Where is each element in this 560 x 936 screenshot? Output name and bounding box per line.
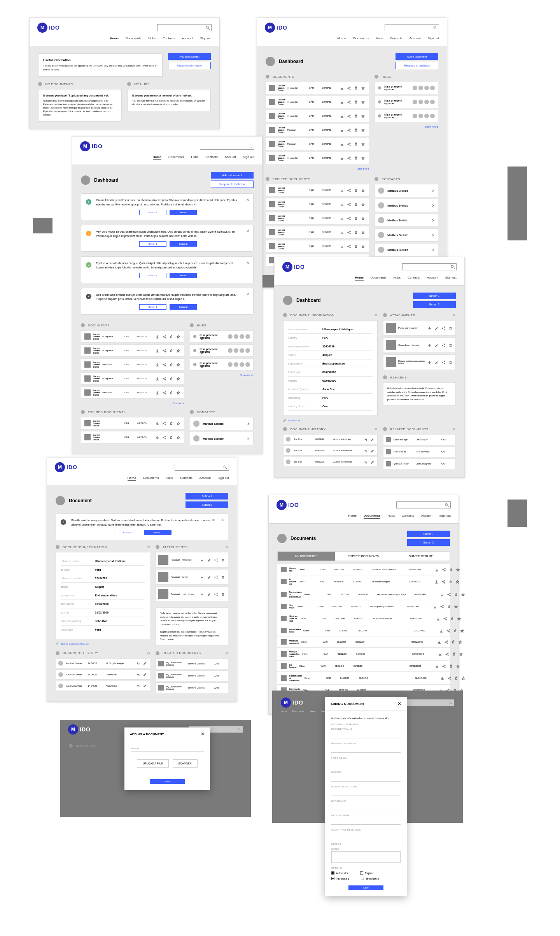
share-icon[interactable] — [162, 335, 166, 338]
nav-hubs[interactable]: Hubs — [387, 514, 395, 519]
button-2[interactable]: Button 2 — [407, 539, 450, 546]
text-input[interactable] — [331, 731, 401, 738]
text-input[interactable] — [331, 775, 401, 782]
share-icon[interactable] — [214, 558, 218, 562]
document-list-row[interactable]: Fermentum id elementum Other CAR 01/02/0… — [277, 588, 450, 601]
document-list-row[interactable]: Morqui imperdiet arcu Other CAR 01/02/00… — [277, 648, 450, 661]
hub-row[interactable]: Nisa praesent egestas — [374, 82, 438, 94]
download-icon[interactable] — [437, 640, 441, 644]
see-more-link[interactable]: See more — [266, 166, 369, 170]
star-icon[interactable] — [456, 568, 460, 571]
form-field[interactable]: NATIONALITY — [331, 800, 401, 810]
star-icon[interactable] — [176, 421, 180, 425]
related-row[interactable]: My User Driven License Driver's License … — [156, 682, 228, 693]
document-row[interactable]: Lorem Ipsum Dolor CAR 02/02/00 — [266, 240, 369, 252]
contact-row[interactable]: Maribus Stelisio — [374, 243, 438, 256]
form-field[interactable]: FIRST ISSUED — [331, 757, 401, 767]
star-icon[interactable] — [176, 349, 180, 352]
star-icon[interactable] — [176, 435, 180, 439]
logo[interactable]: MIDO — [265, 23, 287, 33]
nav-signout[interactable]: Sign out — [200, 37, 212, 41]
star-icon[interactable] — [459, 652, 463, 656]
form-field[interactable]: EXPIRES — [331, 771, 401, 782]
document-row[interactable]: Lorem Ipsum Dolor Passport CAR 02/02/00 — [81, 386, 184, 399]
star-icon[interactable] — [456, 664, 460, 668]
nav-contacts[interactable]: Contacts — [402, 514, 414, 519]
alert-button-2[interactable]: Button 2 — [170, 273, 197, 278]
share-icon[interactable] — [347, 128, 351, 132]
nav-documents[interactable]: Documents — [353, 37, 369, 41]
edit-icon[interactable] — [434, 343, 438, 347]
edit-icon[interactable] — [143, 673, 147, 677]
gear-icon[interactable]: ⚙ — [147, 545, 150, 549]
share-icon[interactable] — [447, 592, 451, 596]
search-input[interactable] — [157, 24, 212, 31]
star-icon[interactable] — [361, 128, 365, 132]
trash-icon[interactable] — [169, 391, 173, 394]
trash-icon[interactable] — [448, 360, 452, 364]
download-icon[interactable] — [155, 363, 159, 366]
form-field[interactable]: DATE OF BIRTH — [331, 814, 401, 825]
tab-my-documents[interactable]: MY DOCUMENTS — [278, 552, 335, 561]
share-icon[interactable] — [162, 363, 166, 366]
see-more-link[interactable]: See more — [81, 400, 184, 405]
download-icon[interactable] — [435, 568, 439, 571]
radio-template-2[interactable]: Template 2 — [361, 877, 379, 880]
share-icon[interactable] — [446, 629, 450, 633]
share-icon[interactable] — [347, 216, 351, 220]
share-icon[interactable] — [347, 114, 351, 118]
notes-field[interactable]: NOTES — [331, 848, 401, 863]
gear-icon[interactable]: ⚙ — [225, 651, 229, 655]
nav-documents[interactable]: Documents — [143, 476, 159, 481]
button-1[interactable]: Button 1 — [407, 531, 450, 537]
star-icon[interactable] — [361, 114, 365, 118]
search-input[interactable] — [396, 501, 451, 508]
download-icon[interactable] — [435, 580, 439, 584]
trash-icon[interactable] — [354, 202, 358, 206]
share-icon[interactable] — [443, 617, 447, 620]
contact-row[interactable]: Maribus Stelisio — [374, 214, 438, 227]
share-icon[interactable] — [347, 188, 351, 192]
logo[interactable]: MIDO — [55, 462, 77, 472]
star-icon[interactable] — [176, 335, 180, 338]
download-icon[interactable] — [427, 343, 431, 347]
download-icon[interactable] — [155, 377, 159, 380]
alert-button-2[interactable]: Button 2 — [170, 210, 197, 215]
trash-icon[interactable] — [449, 568, 453, 571]
share-icon[interactable] — [347, 100, 351, 104]
star-icon[interactable] — [361, 86, 365, 90]
document-list-row[interactable]: Molestie praesent Other CAR 01/02/00 01/… — [277, 636, 450, 648]
share-icon[interactable] — [442, 568, 446, 571]
trash-icon[interactable] — [354, 216, 358, 220]
edit-icon[interactable] — [370, 449, 374, 452]
download-icon[interactable] — [438, 652, 442, 656]
attachment-row[interactable]: Passport - main photo — [156, 586, 228, 602]
text-input[interactable] — [331, 760, 401, 767]
share-icon[interactable] — [441, 360, 445, 364]
close-icon[interactable]: ✕ — [221, 518, 224, 522]
trash-icon[interactable] — [449, 664, 453, 668]
trash-icon[interactable] — [448, 343, 452, 347]
trash-icon[interactable] — [169, 435, 173, 439]
trash-icon[interactable] — [354, 142, 358, 146]
nav-account[interactable]: Account — [421, 514, 432, 519]
document-list-row[interactable]: Eu feugiat Other CAR 01/02/00 01/02/00 0… — [277, 661, 450, 672]
star-icon[interactable] — [361, 142, 365, 146]
document-row[interactable]: Lorem Ipsum Dolor in vigoulor CAR 02/02/… — [266, 152, 369, 164]
share-icon[interactable] — [162, 349, 166, 352]
upload-file-button[interactable]: UPLOAD A FILE — [137, 759, 168, 768]
trash-icon[interactable] — [169, 421, 173, 425]
document-row[interactable]: Lorem Ipsum Dolor CAR 02/02/00 — [81, 417, 184, 429]
undo-icon[interactable] — [363, 460, 367, 464]
star-icon[interactable] — [361, 216, 365, 220]
document-list-row[interactable]: Nisi risus Other CAR 01/02/00 01/02/00 n… — [277, 601, 450, 612]
nav-contacts[interactable]: Contacts — [163, 37, 175, 41]
share-icon[interactable] — [214, 592, 218, 596]
nav-documents[interactable]: Documents — [364, 514, 381, 519]
share-icon[interactable] — [347, 202, 351, 206]
download-icon[interactable] — [340, 156, 344, 160]
contact-row[interactable]: Maribus Stelisio — [190, 432, 254, 445]
star-icon[interactable] — [361, 244, 365, 248]
share-icon[interactable] — [347, 230, 351, 234]
trash-icon[interactable] — [452, 652, 456, 656]
